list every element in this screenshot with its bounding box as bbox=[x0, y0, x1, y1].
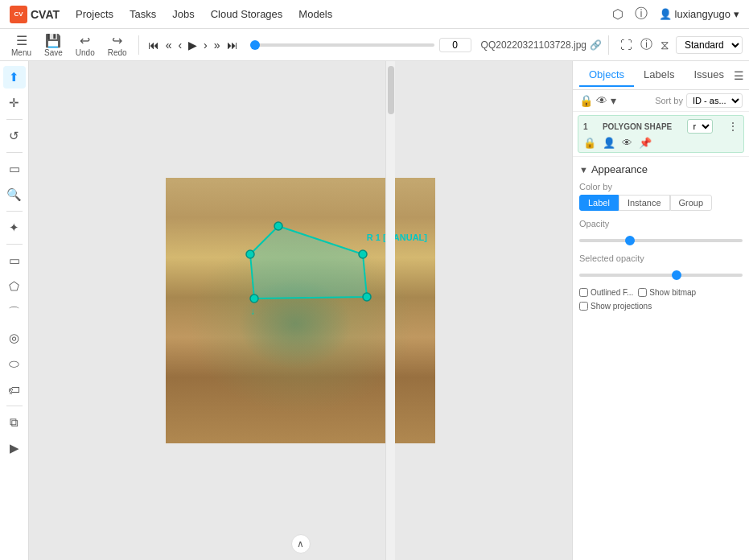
bitmap-check[interactable] bbox=[638, 288, 647, 297]
nav-models[interactable]: Models bbox=[298, 8, 332, 20]
panel-menu-btn[interactable]: ☰ bbox=[734, 69, 744, 82]
github-icon[interactable]: ⬡ bbox=[612, 6, 623, 22]
scrollbar-thumb[interactable] bbox=[388, 66, 394, 114]
tool-separator-5 bbox=[6, 406, 23, 406]
main-area: ⬆ ✛ ↺ ▭ 🔍 ✦ ▭ ⬠ ⌒ ◎ ⬭ 🏷 ⧉ ▶ bbox=[0, 61, 749, 560]
chevron-icon[interactable]: ▾ bbox=[611, 94, 616, 107]
vertex-2[interactable] bbox=[274, 222, 282, 230]
point-tool[interactable]: ◎ bbox=[3, 327, 26, 349]
nav-cloud-storages[interactable]: Cloud Storages bbox=[211, 8, 283, 20]
user-menu[interactable]: 👤 luxiangyugo ▾ bbox=[659, 8, 739, 20]
canvas-scrollbar[interactable] bbox=[385, 61, 395, 560]
nav-jobs[interactable]: Jobs bbox=[172, 8, 194, 20]
frame-slider-wrap bbox=[250, 38, 471, 52]
track-tool[interactable]: ⧉ bbox=[3, 411, 26, 434]
play-btn[interactable]: ▶ bbox=[186, 37, 200, 53]
eye-icon[interactable]: 👁 bbox=[596, 94, 607, 107]
view-mode-select[interactable]: Standard bbox=[676, 36, 743, 54]
prev-chunk-btn[interactable]: « bbox=[163, 37, 175, 53]
tag-tool[interactable]: 🏷 bbox=[3, 378, 26, 401]
info-button[interactable]: ⓘ bbox=[639, 35, 654, 54]
tab-objects[interactable]: Objects bbox=[579, 64, 634, 87]
object-pin-icon[interactable]: 📌 bbox=[639, 137, 652, 149]
next-chunk-btn[interactable]: » bbox=[212, 37, 223, 53]
next-frame-btn[interactable]: › bbox=[201, 37, 210, 53]
first-frame-btn[interactable]: ⏮ bbox=[146, 37, 162, 53]
show-bitmap-checkbox[interactable]: Show bitmap bbox=[638, 288, 696, 297]
nav-tasks[interactable]: Tasks bbox=[130, 8, 156, 20]
object-lock-icon[interactable]: 🔒 bbox=[583, 137, 596, 149]
polygon-shape[interactable] bbox=[250, 226, 367, 299]
cluster-tool[interactable]: ✦ bbox=[3, 216, 26, 239]
lock-icon[interactable]: 🔒 bbox=[579, 94, 593, 107]
undo-button[interactable]: ↩ Undo bbox=[71, 31, 100, 59]
color-by-group-btn[interactable]: Group bbox=[670, 195, 713, 211]
save-button[interactable]: 💾 Save bbox=[39, 31, 68, 59]
selected-opacity-label: Selected opacity bbox=[579, 253, 743, 263]
fullscreen-button[interactable]: ⛶ bbox=[619, 36, 634, 53]
video-tool[interactable]: ▶ bbox=[3, 437, 26, 459]
vertex-4[interactable] bbox=[363, 293, 371, 301]
object-label-select[interactable]: r bbox=[687, 119, 713, 134]
toolbar-right: ⛶ ⓘ ⧖ Standard bbox=[619, 35, 743, 54]
projections-check[interactable] bbox=[579, 302, 588, 311]
separator-2 bbox=[608, 35, 609, 55]
logo-icon: CV bbox=[10, 6, 27, 23]
help-icon[interactable]: ⓘ bbox=[635, 6, 648, 23]
tab-labels[interactable]: Labels bbox=[634, 64, 684, 87]
frame-slider[interactable] bbox=[250, 43, 434, 47]
nav-projects[interactable]: Projects bbox=[76, 8, 113, 20]
panel-tabs: Objects Labels Issues bbox=[579, 64, 734, 87]
vertex-5[interactable] bbox=[250, 294, 258, 303]
opacity-slider[interactable] bbox=[579, 239, 743, 242]
redo-button[interactable]: ↪ Redo bbox=[103, 31, 132, 59]
appearance-section: ▼ Appearance Color by Label Instance Gro… bbox=[573, 156, 749, 560]
projections-label: Show projections bbox=[591, 302, 652, 311]
object-item-1: 1 POLYGON SHAPE r ⋮ 🔒 👤 👁 📌 bbox=[578, 115, 744, 153]
selected-opacity-slider-wrap bbox=[579, 266, 743, 280]
vertex-1[interactable] bbox=[246, 250, 254, 258]
crop-tool[interactable]: ▭ bbox=[3, 158, 26, 180]
outlined-checkbox[interactable]: Outlined F... bbox=[579, 288, 633, 297]
sort-select[interactable]: ID - as... bbox=[686, 93, 743, 108]
nav-right: ⬡ ⓘ 👤 luxiangyugo ▾ bbox=[612, 6, 739, 23]
left-toolbar: ⬆ ✛ ↺ ▭ 🔍 ✦ ▭ ⬠ ⌒ ◎ ⬭ 🏷 ⧉ ▶ bbox=[0, 61, 29, 560]
polyline-tool[interactable]: ⌒ bbox=[3, 301, 26, 323]
filters-button[interactable]: ⧖ bbox=[659, 36, 671, 54]
object-menu-btn[interactable]: ⋮ bbox=[727, 120, 739, 133]
menu-icon: ☰ bbox=[16, 33, 27, 48]
redo-icon: ↪ bbox=[112, 33, 122, 48]
username: luxiangyugo bbox=[675, 8, 730, 20]
selected-opacity-slider[interactable] bbox=[579, 274, 743, 277]
rotate-tool[interactable]: ↺ bbox=[3, 125, 26, 147]
vertex-3[interactable] bbox=[359, 250, 367, 258]
appearance-chevron[interactable]: ▼ bbox=[579, 165, 588, 175]
user-icon: 👤 bbox=[659, 8, 672, 20]
main-toolbar: ☰ Menu 💾 Save ↩ Undo ↪ Redo ⏮ « ‹ ▶ › » … bbox=[0, 29, 749, 61]
show-projections-checkbox[interactable]: Show projections bbox=[579, 302, 652, 311]
scroll-down-indicator[interactable]: ∧ bbox=[291, 534, 311, 554]
object-eye-icon[interactable]: 👁 bbox=[622, 137, 632, 149]
tab-issues[interactable]: Issues bbox=[684, 64, 734, 87]
object-user-icon[interactable]: 👤 bbox=[603, 137, 615, 149]
appearance-title: Appearance bbox=[591, 163, 648, 175]
prev-frame-btn[interactable]: ‹ bbox=[175, 37, 184, 53]
redo-label: Redo bbox=[108, 48, 127, 57]
zoom-tool[interactable]: 🔍 bbox=[3, 183, 26, 206]
ellipse-tool[interactable]: ⬭ bbox=[3, 352, 26, 375]
cursor-tool[interactable]: ⬆ bbox=[3, 66, 26, 89]
color-by-instance-btn[interactable]: Instance bbox=[619, 195, 670, 211]
checkboxes-row: Outlined F... Show bitmap Show projectio… bbox=[579, 288, 743, 311]
outlined-check[interactable] bbox=[579, 288, 588, 297]
link-icon[interactable]: 🔗 bbox=[590, 39, 602, 51]
last-frame-btn[interactable]: ⏭ bbox=[224, 37, 241, 53]
appearance-header: ▼ Appearance bbox=[579, 163, 743, 175]
frame-number-input[interactable] bbox=[439, 38, 471, 52]
menu-label: Menu bbox=[11, 48, 31, 57]
color-by-label-btn[interactable]: Label bbox=[579, 195, 619, 211]
polygon-tool[interactable]: ⬠ bbox=[3, 275, 26, 298]
app-logo: CV CVAT bbox=[10, 6, 60, 23]
move-tool[interactable]: ✛ bbox=[3, 92, 26, 114]
menu-button[interactable]: ☰ Menu bbox=[6, 31, 36, 59]
rect-tool[interactable]: ▭ bbox=[3, 249, 26, 272]
